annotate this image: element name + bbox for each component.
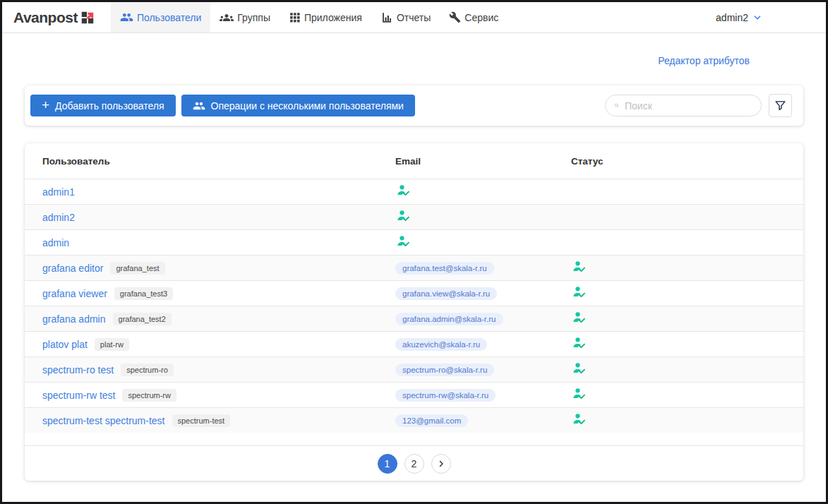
toolbar-card: + Добавить пользователя Операции с неско… [25,85,803,126]
user-email-pill: grafana.admin@skala-r.ru [395,313,503,325]
status-cell [395,210,571,225]
user-name-link[interactable]: platov plat [42,339,88,350]
user-check-icon [572,337,587,350]
user-login-badge: spectrum-rw [122,389,176,402]
status-cell [395,235,571,251]
user-check-icon [572,362,587,376]
user-check-icon [572,311,587,325]
user-cell: admin1 [42,186,395,198]
user-check-icon [397,235,412,248]
wrench-icon [449,11,461,23]
search-area [605,94,792,117]
attr-editor-row: Редактор атрибутов [2,54,826,67]
user-name-link[interactable]: admin [42,237,69,248]
tab-applications-label: Приложения [304,12,362,23]
pagination: 12 [25,445,803,481]
table-body: admin1 admin2 admin [25,179,803,433]
user-check-icon [572,260,587,274]
status-cell [571,286,803,301]
tab-applications[interactable]: Приложения [280,2,371,32]
user-email-pill: spectrum-ro@skala-r.ru [395,364,494,376]
tab-reports[interactable]: Отчеты [371,2,440,32]
user-login-badge: grafana_test3 [114,287,173,300]
status-cell [571,362,803,378]
user-name-link[interactable]: admin1 [42,186,75,198]
user-cell: spectrum-test spectrum-test spectrum-tes… [42,414,395,427]
bar-chart-icon [380,11,393,24]
user-login-badge: plat-rw [95,338,129,351]
header-user: Пользователь [42,156,395,167]
user-name-link[interactable]: grafana viewer [42,288,107,299]
tab-groups[interactable]: Группы [210,2,280,32]
user-cell: platov plat plat-rw [42,338,395,351]
user-name-link[interactable]: spectrum-test spectrum-test [42,415,165,426]
main-tabs: Пользователи Группы Приложения Отчеты Се… [111,2,508,32]
user-cell: spectrum-ro test spectrum-ro [42,364,395,376]
table-row[interactable]: spectrum-rw test spectrum-rw spectrum-rw… [25,382,803,407]
tab-reports-label: Отчеты [397,12,431,23]
search-box [605,95,762,116]
users-icon [120,11,133,24]
tab-service[interactable]: Сервис [440,2,508,32]
user-cell: grafana editor grafana_test [42,262,395,275]
add-user-label: Добавить пользователя [55,100,164,112]
pagination-next-button[interactable] [431,454,451,474]
table-row[interactable]: platov plat plat-rw akuzevich@skala-r.ru [25,331,803,356]
avanpost-arrow-mark-icon [80,10,95,25]
table-row[interactable]: spectrum-ro test spectrum-ro spectrum-ro… [25,356,803,382]
table-row[interactable]: grafana admin grafana_test2 grafana.admi… [25,306,803,331]
user-check-icon [397,210,412,223]
filter-button[interactable] [769,94,792,117]
status-cell [571,311,803,327]
user-name-link[interactable]: grafana editor [42,263,103,274]
user-email-pill: grafana.test@skala-r.ru [395,262,494,275]
table-row[interactable]: admin [25,229,803,255]
header-email: Email [395,156,571,167]
bulk-operations-button[interactable]: Операции с несколькими пользователями [181,95,415,116]
table-row[interactable]: grafana editor grafana_test grafana.test… [25,255,803,280]
user-name-link[interactable]: spectrum-ro test [42,364,114,376]
search-input[interactable] [625,100,752,112]
user-login-badge: grafana_test2 [113,313,172,325]
user-check-icon [572,388,587,401]
user-cell: admin2 [42,212,395,223]
user-name-link[interactable]: spectrum-rw test [42,390,115,401]
tab-users[interactable]: Пользователи [111,2,210,32]
pagination-page-1[interactable]: 1 [378,454,397,474]
status-cell [395,184,571,200]
funnel-icon [774,100,786,112]
pagination-page-2[interactable]: 2 [404,454,424,474]
status-cell [571,413,803,428]
user-menu[interactable]: admin2 [716,2,826,32]
user-name-link[interactable]: admin2 [42,212,75,223]
table-row[interactable]: admin2 [25,204,803,229]
user-login-badge: spectrum-test [172,414,231,427]
user-cell: grafana admin grafana_test2 [42,313,395,325]
apps-grid-icon [289,11,301,23]
status-cell [571,388,803,403]
tab-groups-label: Группы [237,12,270,23]
chevron-down-icon [752,13,762,23]
table-row[interactable]: admin1 [25,179,803,204]
user-email-pill: akuzevich@skala-r.ru [395,338,487,351]
table-row[interactable]: spectrum-test spectrum-test spectrum-tes… [25,407,803,433]
user-check-icon [572,413,587,426]
current-user-name: admin2 [716,12,748,23]
user-check-icon [572,286,587,299]
table-row[interactable]: grafana viewer grafana_test3 grafana.vie… [25,280,803,306]
user-cell: grafana viewer grafana_test3 [42,287,395,300]
attribute-editor-link[interactable]: Редактор атрибутов [658,55,750,66]
plus-icon: + [42,98,49,112]
user-name-link[interactable]: grafana admin [42,313,106,325]
add-user-button[interactable]: + Добавить пользователя [30,95,176,116]
status-cell [571,337,803,352]
groups-icon [220,11,234,25]
header-status: Статус [571,156,803,167]
user-login-badge: spectrum-ro [121,364,174,376]
avanpost-logo[interactable]: Avanpost [2,2,111,32]
user-cell: spectrum-rw test spectrum-rw [42,389,395,402]
user-login-badge: grafana_test [110,262,164,275]
user-cell: admin [42,237,395,248]
people-icon [193,100,205,112]
brand-name: Avanpost [13,9,78,26]
